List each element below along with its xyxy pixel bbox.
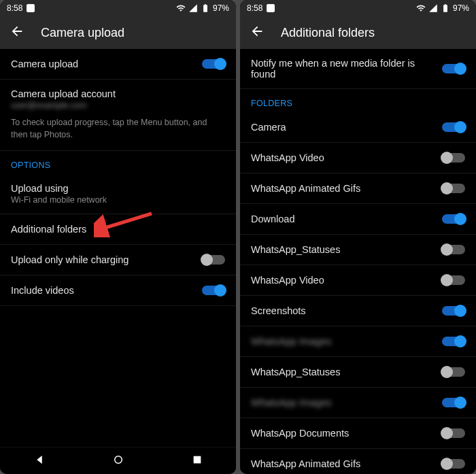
folder-row[interactable]: WhatsApp_Statuses — [240, 235, 476, 265]
row-notify[interactable]: Notify me when a new media folder is fou… — [240, 49, 476, 89]
row-label: Include videos — [11, 285, 202, 296]
folder-toggle[interactable] — [442, 367, 465, 377]
status-bar: 8:58 97% — [0, 0, 236, 16]
folder-row[interactable]: WhatsApp Images — [240, 326, 476, 357]
folder-label: Download — [251, 214, 442, 224]
battery-percent: 97% — [213, 3, 229, 13]
folder-label: WhatsApp Video — [251, 275, 442, 286]
notification-icon — [27, 4, 35, 12]
svg-point-1 — [115, 456, 122, 463]
folder-toggle[interactable] — [442, 428, 465, 438]
options-header: OPTIONS — [0, 151, 236, 174]
row-label: Additional folders — [11, 224, 225, 235]
folder-toggle[interactable] — [442, 122, 465, 132]
folders-header: FOLDERS — [240, 89, 476, 112]
row-account[interactable]: Camera upload account user@example.com — [0, 80, 236, 113]
battery-percent: 97% — [453, 3, 469, 13]
row-additional-folders[interactable]: Additional folders — [0, 214, 236, 245]
folder-toggle[interactable] — [442, 153, 465, 163]
folder-row[interactable]: WhatsApp Video — [240, 265, 476, 296]
folder-toggle[interactable] — [442, 214, 465, 224]
help-text: To check upload progress, tap the Menu b… — [0, 113, 236, 151]
battery-icon — [201, 3, 210, 13]
folder-label: WhatsApp Animated Gifs — [251, 458, 442, 469]
folder-toggle[interactable] — [442, 184, 465, 193]
folder-toggle[interactable] — [442, 459, 465, 469]
folder-label: Screenshots — [251, 305, 442, 316]
notification-icon — [267, 4, 275, 12]
folder-label: WhatsApp Images — [251, 397, 442, 408]
content: Notify me when a new media folder is fou… — [240, 49, 476, 474]
row-label: Camera upload — [11, 58, 202, 69]
folder-label: WhatsApp_Statuses — [251, 244, 442, 255]
folder-label: WhatsApp Images — [251, 336, 442, 347]
folder-label: Camera — [251, 122, 442, 133]
folder-label: WhatsApp Video — [251, 152, 442, 163]
row-label: Camera upload account — [11, 88, 225, 99]
back-icon[interactable] — [250, 24, 265, 42]
signal-icon — [428, 3, 438, 13]
folder-toggle[interactable] — [442, 275, 465, 285]
folder-toggle[interactable] — [442, 337, 465, 346]
folder-row[interactable]: Camera — [240, 112, 476, 143]
status-time: 8:58 — [247, 3, 262, 13]
row-include-videos[interactable]: Include videos — [0, 275, 236, 306]
toggle-notify[interactable] — [442, 64, 465, 73]
folder-toggle[interactable] — [442, 398, 465, 407]
folder-row[interactable]: WhatsApp Video — [240, 143, 476, 173]
folders-list: CameraWhatsApp VideoWhatsApp Animated Gi… — [240, 112, 476, 474]
row-camera-upload[interactable]: Camera upload — [0, 49, 236, 80]
nav-home-icon[interactable] — [112, 454, 124, 469]
status-bar: 8:58 97% — [240, 0, 476, 16]
signal-icon — [188, 3, 198, 13]
nav-bar — [0, 447, 236, 474]
page-title: Camera upload — [41, 26, 124, 40]
row-label: Upload only while charging — [11, 254, 202, 265]
phone-left: 8:58 97% Camera upload Camera upload Cam… — [0, 0, 236, 474]
folder-label: WhatsApp Animated Gifs — [251, 183, 442, 194]
content: Camera upload Camera upload account user… — [0, 49, 236, 447]
folder-row[interactable]: Screenshots — [240, 296, 476, 326]
folder-row[interactable]: WhatsApp Documents — [240, 418, 476, 449]
phone-right: 8:58 97% Additional folders Notify me wh… — [240, 0, 476, 474]
status-time: 8:58 — [7, 3, 22, 13]
toggle-include-videos[interactable] — [202, 286, 225, 295]
app-bar: Camera upload — [0, 16, 236, 49]
app-bar: Additional folders — [240, 16, 476, 49]
folder-row[interactable]: WhatsApp Animated Gifs — [240, 449, 476, 474]
folder-toggle[interactable] — [442, 306, 465, 316]
toggle-charging[interactable] — [202, 255, 225, 265]
row-sublabel: Wi-Fi and mobile network — [11, 195, 225, 205]
wifi-icon — [416, 3, 426, 13]
back-icon[interactable] — [10, 24, 24, 42]
folder-row[interactable]: Download — [240, 204, 476, 235]
folder-row[interactable]: WhatsApp Animated Gifs — [240, 173, 476, 204]
nav-back-icon[interactable] — [33, 454, 46, 469]
row-label: Notify me when a new media folder is fou… — [251, 58, 442, 80]
folder-row[interactable]: WhatsApp Images — [240, 388, 476, 418]
nav-recent-icon[interactable] — [192, 454, 203, 468]
account-value: user@example.com — [11, 101, 225, 110]
folder-row[interactable]: WhatsApp_Statuses — [240, 357, 476, 388]
toggle-camera-upload[interactable] — [202, 59, 225, 69]
folder-label: WhatsApp_Statuses — [251, 367, 442, 377]
page-title: Additional folders — [281, 26, 375, 40]
svg-rect-2 — [193, 456, 201, 463]
battery-icon — [441, 3, 450, 13]
wifi-icon — [176, 3, 186, 13]
folder-label: WhatsApp Documents — [251, 428, 442, 439]
row-charging[interactable]: Upload only while charging — [0, 245, 236, 275]
folder-toggle[interactable] — [442, 245, 465, 254]
row-upload-using[interactable]: Upload using Wi-Fi and mobile network — [0, 174, 236, 214]
row-label: Upload using — [11, 183, 225, 194]
